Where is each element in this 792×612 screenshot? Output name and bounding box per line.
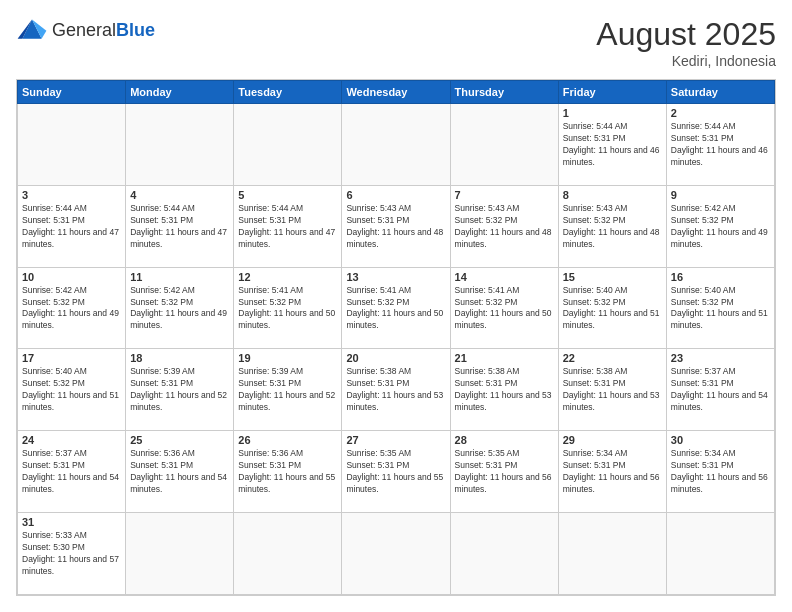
day-info: Sunrise: 5:33 AM Sunset: 5:30 PM Dayligh…: [22, 530, 121, 578]
day-info: Sunrise: 5:43 AM Sunset: 5:32 PM Dayligh…: [563, 203, 662, 251]
day-cell: 8Sunrise: 5:43 AM Sunset: 5:32 PM Daylig…: [558, 185, 666, 267]
day-number: 21: [455, 352, 554, 364]
day-info: Sunrise: 5:40 AM Sunset: 5:32 PM Dayligh…: [22, 366, 121, 414]
day-info: Sunrise: 5:44 AM Sunset: 5:31 PM Dayligh…: [563, 121, 662, 169]
day-number: 25: [130, 434, 229, 446]
day-number: 11: [130, 271, 229, 283]
header: GeneralBlue August 2025 Kediri, Indonesi…: [16, 16, 776, 69]
day-info: Sunrise: 5:35 AM Sunset: 5:31 PM Dayligh…: [455, 448, 554, 496]
day-number: 20: [346, 352, 445, 364]
day-number: 8: [563, 189, 662, 201]
week-row-2: 10Sunrise: 5:42 AM Sunset: 5:32 PM Dayli…: [18, 267, 775, 349]
day-info: Sunrise: 5:42 AM Sunset: 5:32 PM Dayligh…: [671, 203, 770, 251]
day-cell: 22Sunrise: 5:38 AM Sunset: 5:31 PM Dayli…: [558, 349, 666, 431]
day-number: 15: [563, 271, 662, 283]
day-number: 9: [671, 189, 770, 201]
day-cell: 20Sunrise: 5:38 AM Sunset: 5:31 PM Dayli…: [342, 349, 450, 431]
day-number: 7: [455, 189, 554, 201]
day-cell: 27Sunrise: 5:35 AM Sunset: 5:31 PM Dayli…: [342, 431, 450, 513]
week-row-3: 17Sunrise: 5:40 AM Sunset: 5:32 PM Dayli…: [18, 349, 775, 431]
day-number: 10: [22, 271, 121, 283]
day-cell: [450, 104, 558, 186]
day-info: Sunrise: 5:38 AM Sunset: 5:31 PM Dayligh…: [346, 366, 445, 414]
day-info: Sunrise: 5:40 AM Sunset: 5:32 PM Dayligh…: [671, 285, 770, 333]
day-number: 17: [22, 352, 121, 364]
day-cell: 12Sunrise: 5:41 AM Sunset: 5:32 PM Dayli…: [234, 267, 342, 349]
weekday-header-monday: Monday: [126, 81, 234, 104]
day-info: Sunrise: 5:42 AM Sunset: 5:32 PM Dayligh…: [130, 285, 229, 333]
day-cell: 13Sunrise: 5:41 AM Sunset: 5:32 PM Dayli…: [342, 267, 450, 349]
day-info: Sunrise: 5:34 AM Sunset: 5:31 PM Dayligh…: [563, 448, 662, 496]
day-info: Sunrise: 5:43 AM Sunset: 5:32 PM Dayligh…: [455, 203, 554, 251]
day-cell: [450, 513, 558, 595]
page: GeneralBlue August 2025 Kediri, Indonesi…: [0, 0, 792, 612]
day-cell: 23Sunrise: 5:37 AM Sunset: 5:31 PM Dayli…: [666, 349, 774, 431]
day-cell: 3Sunrise: 5:44 AM Sunset: 5:31 PM Daylig…: [18, 185, 126, 267]
day-cell: [666, 513, 774, 595]
day-info: Sunrise: 5:39 AM Sunset: 5:31 PM Dayligh…: [130, 366, 229, 414]
weekday-header-friday: Friday: [558, 81, 666, 104]
day-cell: [342, 104, 450, 186]
calendar-table: SundayMondayTuesdayWednesdayThursdayFrid…: [17, 80, 775, 595]
day-info: Sunrise: 5:37 AM Sunset: 5:31 PM Dayligh…: [22, 448, 121, 496]
day-cell: 18Sunrise: 5:39 AM Sunset: 5:31 PM Dayli…: [126, 349, 234, 431]
day-number: 14: [455, 271, 554, 283]
day-cell: 9Sunrise: 5:42 AM Sunset: 5:32 PM Daylig…: [666, 185, 774, 267]
day-number: 30: [671, 434, 770, 446]
week-row-1: 3Sunrise: 5:44 AM Sunset: 5:31 PM Daylig…: [18, 185, 775, 267]
day-cell: [18, 104, 126, 186]
week-row-5: 31Sunrise: 5:33 AM Sunset: 5:30 PM Dayli…: [18, 513, 775, 595]
day-number: 19: [238, 352, 337, 364]
day-cell: 19Sunrise: 5:39 AM Sunset: 5:31 PM Dayli…: [234, 349, 342, 431]
day-number: 22: [563, 352, 662, 364]
day-number: 29: [563, 434, 662, 446]
day-cell: 7Sunrise: 5:43 AM Sunset: 5:32 PM Daylig…: [450, 185, 558, 267]
day-cell: 6Sunrise: 5:43 AM Sunset: 5:31 PM Daylig…: [342, 185, 450, 267]
day-cell: 14Sunrise: 5:41 AM Sunset: 5:32 PM Dayli…: [450, 267, 558, 349]
day-cell: 17Sunrise: 5:40 AM Sunset: 5:32 PM Dayli…: [18, 349, 126, 431]
day-number: 12: [238, 271, 337, 283]
day-cell: [126, 513, 234, 595]
day-info: Sunrise: 5:44 AM Sunset: 5:31 PM Dayligh…: [238, 203, 337, 251]
weekday-header-sunday: Sunday: [18, 81, 126, 104]
day-info: Sunrise: 5:43 AM Sunset: 5:31 PM Dayligh…: [346, 203, 445, 251]
calendar: SundayMondayTuesdayWednesdayThursdayFrid…: [16, 79, 776, 596]
day-info: Sunrise: 5:36 AM Sunset: 5:31 PM Dayligh…: [238, 448, 337, 496]
day-cell: 25Sunrise: 5:36 AM Sunset: 5:31 PM Dayli…: [126, 431, 234, 513]
day-cell: 21Sunrise: 5:38 AM Sunset: 5:31 PM Dayli…: [450, 349, 558, 431]
day-info: Sunrise: 5:36 AM Sunset: 5:31 PM Dayligh…: [130, 448, 229, 496]
weekday-header-thursday: Thursday: [450, 81, 558, 104]
weekday-header-tuesday: Tuesday: [234, 81, 342, 104]
day-info: Sunrise: 5:35 AM Sunset: 5:31 PM Dayligh…: [346, 448, 445, 496]
day-number: 18: [130, 352, 229, 364]
day-info: Sunrise: 5:44 AM Sunset: 5:31 PM Dayligh…: [671, 121, 770, 169]
day-info: Sunrise: 5:41 AM Sunset: 5:32 PM Dayligh…: [238, 285, 337, 333]
day-cell: [342, 513, 450, 595]
weekday-row: SundayMondayTuesdayWednesdayThursdayFrid…: [18, 81, 775, 104]
day-number: 2: [671, 107, 770, 119]
logo-text: GeneralBlue: [52, 21, 155, 39]
day-cell: [126, 104, 234, 186]
day-cell: 29Sunrise: 5:34 AM Sunset: 5:31 PM Dayli…: [558, 431, 666, 513]
day-info: Sunrise: 5:44 AM Sunset: 5:31 PM Dayligh…: [130, 203, 229, 251]
day-cell: 10Sunrise: 5:42 AM Sunset: 5:32 PM Dayli…: [18, 267, 126, 349]
day-info: Sunrise: 5:40 AM Sunset: 5:32 PM Dayligh…: [563, 285, 662, 333]
month-year: August 2025: [596, 16, 776, 53]
day-number: 13: [346, 271, 445, 283]
day-info: Sunrise: 5:44 AM Sunset: 5:31 PM Dayligh…: [22, 203, 121, 251]
day-cell: 28Sunrise: 5:35 AM Sunset: 5:31 PM Dayli…: [450, 431, 558, 513]
day-number: 1: [563, 107, 662, 119]
day-number: 16: [671, 271, 770, 283]
day-cell: [558, 513, 666, 595]
day-info: Sunrise: 5:38 AM Sunset: 5:31 PM Dayligh…: [455, 366, 554, 414]
day-cell: 11Sunrise: 5:42 AM Sunset: 5:32 PM Dayli…: [126, 267, 234, 349]
logo: GeneralBlue: [16, 16, 155, 44]
day-cell: 31Sunrise: 5:33 AM Sunset: 5:30 PM Dayli…: [18, 513, 126, 595]
day-number: 28: [455, 434, 554, 446]
calendar-body: 1Sunrise: 5:44 AM Sunset: 5:31 PM Daylig…: [18, 104, 775, 595]
day-number: 5: [238, 189, 337, 201]
day-cell: [234, 513, 342, 595]
calendar-header: SundayMondayTuesdayWednesdayThursdayFrid…: [18, 81, 775, 104]
day-cell: 1Sunrise: 5:44 AM Sunset: 5:31 PM Daylig…: [558, 104, 666, 186]
day-number: 31: [22, 516, 121, 528]
